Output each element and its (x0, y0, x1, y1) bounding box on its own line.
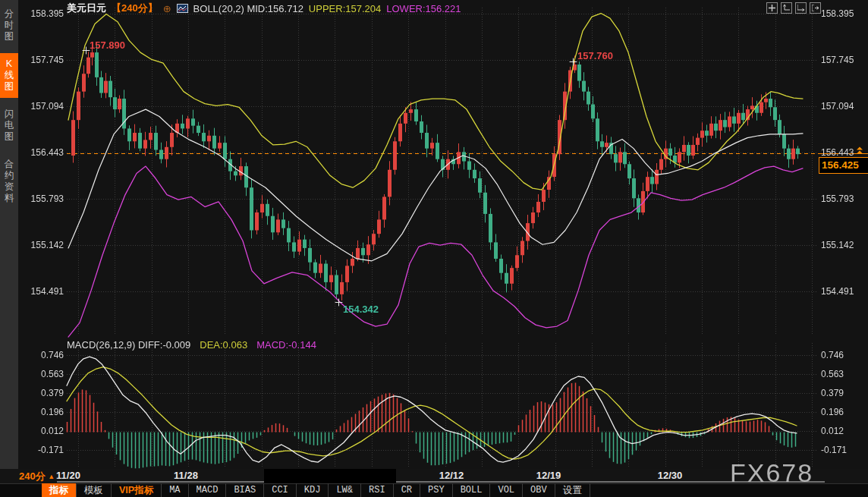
tab-vol[interactable]: VOL (490, 483, 523, 497)
price-axis-label: 157.094 (821, 100, 866, 112)
zoom-y-axis-icon[interactable] (781, 2, 792, 14)
macd-axis-label: -0.171 (821, 444, 866, 456)
price-axis-label: 157.745 (821, 54, 866, 66)
price-axis-label: 154.491 (821, 285, 866, 297)
plus-circle-icon[interactable]: ⊕ (163, 3, 171, 14)
macd-header: MACD(26,12,9) DIFF:-0.009 DEA:0.063 MACD… (67, 339, 316, 351)
date-label: 12/19 (529, 470, 568, 481)
chart-header: 美元日元 【240分】 ⊕ BOLL(20,2) MID:156.712 UPP… (67, 2, 461, 14)
tab-macd[interactable]: MACD (189, 483, 227, 497)
tab-settings[interactable]: 设置 (555, 483, 590, 497)
sidebar-item-lightning-chart[interactable]: 闪电图 (0, 103, 18, 148)
trading-app-window: 分时图K线图闪电图合约资料 美元日元 【240分】 ⊕ BOLL(20,2) M… (0, 0, 868, 497)
price-axis-label: 155.793 (21, 193, 64, 205)
low-price-annotation: 154.342 (343, 304, 379, 315)
sidebar-item-contract-info[interactable]: 合约资料 (0, 153, 18, 209)
price-axis-label: 155.142 (21, 239, 64, 251)
tab-templates[interactable]: 模板 (77, 483, 112, 497)
macd-value-label: MACD:-0.144 (256, 339, 316, 351)
current-price-box: 156.425 (819, 157, 868, 174)
boll-upper-label: UPPER:157.204 (309, 3, 381, 14)
sidebar-item-time-chart[interactable]: 分时图 (0, 3, 18, 48)
period-label: 【240分】 (112, 2, 158, 15)
price-axis-label: 157.094 (21, 100, 64, 112)
chart-canvas[interactable] (0, 0, 868, 497)
macd-axis-label: 0.379 (21, 387, 64, 399)
macd-axis-label: -0.171 (21, 444, 64, 456)
macd-axis-label: 0.563 (21, 368, 64, 380)
sidebar: 分时图K线图闪电图合约资料 (0, 0, 18, 469)
indicator-toolbar: 指标模板VIP指标MAMACDBIASCCIKDJLW&RSICRPSYBOLL… (42, 483, 590, 497)
tab-obv[interactable]: OBV (523, 483, 555, 497)
macd-axis-label: 0.746 (821, 349, 866, 361)
symbol-title: 美元日元 (67, 2, 106, 15)
tab-ma[interactable]: MA (162, 483, 188, 497)
tab-bias[interactable]: BIAS (226, 483, 264, 497)
redacted-region (264, 469, 396, 483)
date-label: 11/28 (166, 470, 206, 481)
date-label: 12/30 (650, 470, 690, 481)
sidebar-item-kline-chart[interactable]: K线图 (0, 53, 18, 98)
tab-vip-indicators[interactable]: VIP指标 (112, 483, 162, 497)
boll-mid-label: BOLL(20,2) MID:156.712 (193, 3, 303, 14)
macd-diff-label: MACD(26,12,9) DIFF:-0.009 (67, 339, 190, 351)
tab-rsi[interactable]: RSI (361, 483, 394, 497)
date-label: 11/20 (49, 470, 88, 481)
macd-axis-label: 0.012 (821, 425, 866, 437)
tab-cr[interactable]: CR (394, 483, 420, 497)
tab-indicators[interactable]: 指标 (42, 483, 77, 497)
watermark: FX678 (730, 458, 813, 488)
price-axis-label: 158.395 (21, 8, 64, 20)
tab-lw[interactable]: LW& (329, 483, 361, 497)
date-label: 12/12 (432, 470, 471, 481)
price-axis-label: 157.745 (21, 54, 64, 66)
tab-cci[interactable]: CCI (264, 483, 297, 497)
price-axis-label: 156.443 (21, 146, 64, 159)
tab-kdj[interactable]: KDJ (297, 483, 329, 497)
boll-lower-label: LOWER:156.221 (386, 3, 461, 14)
macd-axis-label: 0.746 (21, 349, 64, 361)
tab-boll[interactable]: BOLL (453, 483, 491, 497)
header-icon-group (766, 2, 821, 14)
price-axis-label: 158.395 (821, 8, 866, 20)
price-axis-label: 155.142 (821, 239, 866, 251)
macd-axis-label: 0.563 (821, 368, 866, 380)
tab-psy[interactable]: PSY (420, 483, 453, 497)
macd-axis-label: 0.196 (21, 406, 64, 418)
price-axis-label: 154.491 (21, 285, 64, 297)
macd-axis-label: 0.379 (821, 387, 866, 399)
high-price-annotation: 157.760 (577, 50, 613, 61)
chart-thumb-icon[interactable] (177, 4, 188, 13)
exit-fullscreen-icon[interactable] (810, 2, 821, 14)
macd-axis-label: 0.196 (821, 406, 866, 418)
high-price-annotation: 157.890 (90, 39, 125, 51)
crosshair-icon[interactable] (766, 2, 778, 14)
macd-dea-label: DEA:0.063 (200, 339, 247, 351)
price-marker-icon[interactable] (855, 144, 864, 158)
horizontal-scrollbar[interactable] (57, 481, 825, 483)
macd-axis-label: 0.012 (21, 425, 64, 437)
price-axis-label: 155.793 (821, 193, 866, 205)
zoom-x-axis-icon[interactable] (795, 2, 807, 14)
